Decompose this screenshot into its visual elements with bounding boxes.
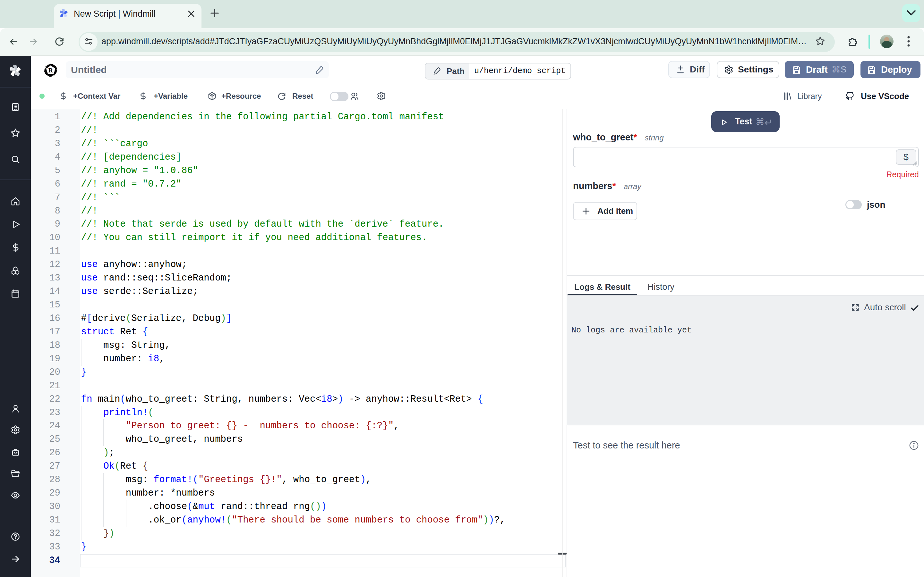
svg-text:R: R [48, 67, 53, 74]
